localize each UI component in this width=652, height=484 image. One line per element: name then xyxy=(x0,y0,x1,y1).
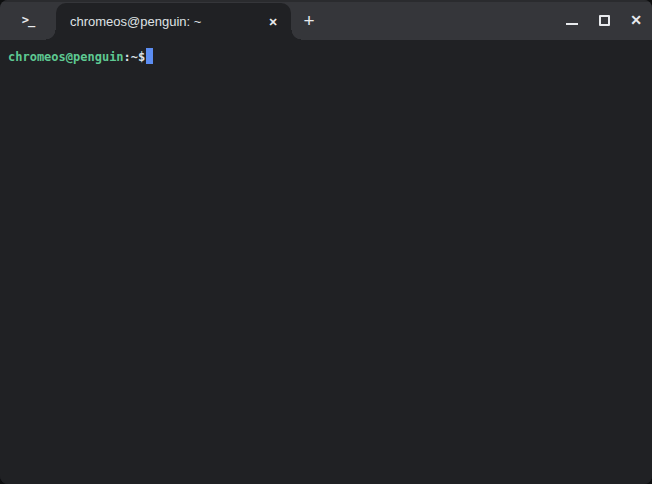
prompt-symbol: $ xyxy=(138,50,145,64)
terminal-cursor xyxy=(146,48,153,64)
close-icon: ✕ xyxy=(268,16,277,29)
new-tab-button[interactable]: + xyxy=(297,8,321,32)
prompt-cwd: ~ xyxy=(131,50,138,64)
tab-title: chromeos@penguin: ~ xyxy=(70,14,261,29)
prompt-user-host: chromeos@penguin xyxy=(8,50,124,64)
maximize-button[interactable] xyxy=(596,0,612,40)
titlebar[interactable]: >_ chromeos@penguin: ~ ✕ + ✕ xyxy=(0,0,652,40)
close-window-button[interactable]: ✕ xyxy=(628,0,644,40)
terminal-launcher-button[interactable]: >_ xyxy=(14,0,42,40)
minimize-icon xyxy=(566,23,578,25)
window-controls: ✕ xyxy=(564,0,644,40)
minimize-button[interactable] xyxy=(564,0,580,40)
terminal-prompt-icon: >_ xyxy=(22,13,34,27)
terminal-output-area[interactable]: chromeos@penguin:~$ xyxy=(0,40,652,484)
close-icon: ✕ xyxy=(630,13,642,27)
prompt-separator: : xyxy=(124,50,131,64)
plus-icon: + xyxy=(303,11,314,30)
maximize-icon xyxy=(599,15,610,26)
tab-close-button[interactable]: ✕ xyxy=(262,11,284,33)
shell-prompt-line: chromeos@penguin:~$ xyxy=(8,48,644,66)
tab-chromeos-penguin[interactable]: chromeos@penguin: ~ ✕ xyxy=(56,3,291,40)
terminal-window: >_ chromeos@penguin: ~ ✕ + ✕ chromeos@pe… xyxy=(0,0,652,484)
